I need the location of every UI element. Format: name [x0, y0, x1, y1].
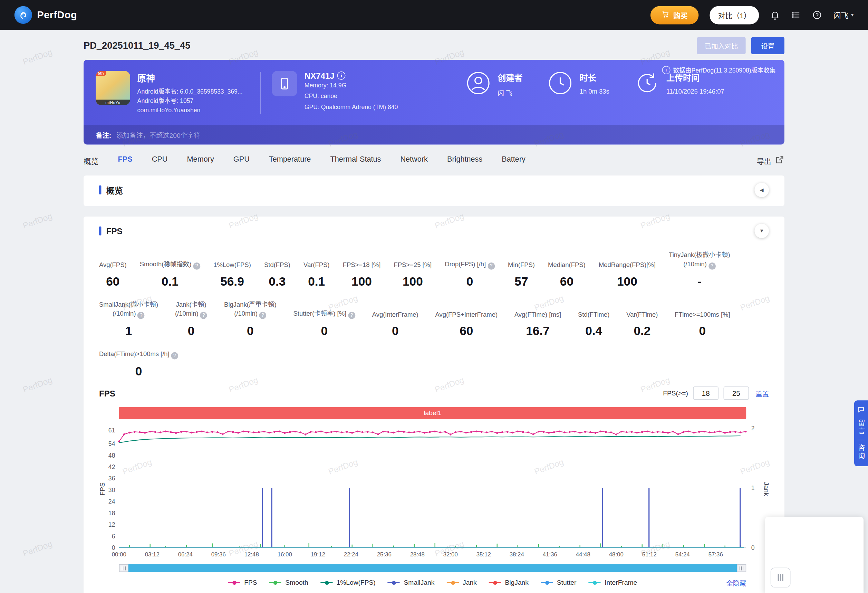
floating-panel — [765, 517, 864, 593]
notifications-bell-icon[interactable] — [770, 10, 780, 20]
metric: Drop(FPS) [/h]?0 — [445, 250, 495, 289]
metric-label: Avg(FTime) [ms] — [514, 310, 561, 319]
svg-text:03:12: 03:12 — [145, 552, 159, 558]
tab-Network[interactable]: Network — [400, 152, 427, 170]
compare-button[interactable]: 对比（1） — [710, 6, 759, 24]
metric-value: 60 — [435, 324, 498, 339]
svg-text:06:24: 06:24 — [178, 552, 193, 558]
metric-label: Std(FTime) — [578, 310, 610, 319]
metric: FPS>=18 [%]100 — [343, 250, 381, 289]
tab-Battery[interactable]: Battery — [502, 152, 526, 170]
phone-icon — [272, 71, 297, 96]
legend-marker-icon — [320, 582, 332, 583]
tab-Thermal Status[interactable]: Thermal Status — [331, 152, 381, 170]
legend-item-FPS[interactable]: FPS — [228, 579, 257, 586]
legend-item-1%Low(FPS)[interactable]: 1%Low(FPS) — [320, 579, 376, 586]
hide-all-link[interactable]: 全隐藏 — [726, 578, 747, 587]
help-icon[interactable]: ? — [259, 312, 267, 319]
help-icon[interactable]: ? — [171, 352, 179, 359]
scrollbar-track[interactable] — [128, 565, 737, 572]
help-icon[interactable]: ? — [193, 262, 200, 270]
legend-items: FPSSmooth1%Low(FPS)SmallJankJankBigJankS… — [228, 579, 637, 586]
help-icon[interactable]: ? — [137, 312, 145, 319]
metric-row-3: Delta(FTime)>100ms [/h]?0 — [99, 349, 769, 379]
added-compare-button[interactable]: 已加入对比 — [697, 37, 746, 54]
scrollbar-left-handle[interactable] — [119, 565, 128, 572]
help-icon[interactable]: ? — [709, 262, 716, 270]
legend-item-SmallJank[interactable]: SmallJank — [388, 579, 434, 586]
tab-Brightness[interactable]: Brightness — [447, 152, 482, 170]
tabs: 概览FPSCPUMemoryGPUTemperatureThermal Stat… — [84, 152, 545, 170]
metric-value: 0 — [294, 324, 355, 339]
metric: 1%Low(FPS)56.9 — [213, 250, 251, 289]
metric-value: 0 — [224, 324, 276, 339]
watermark-text: PerfDog — [21, 211, 53, 230]
metric-label: Std(FPS) — [264, 260, 290, 270]
svg-text:61: 61 — [108, 427, 115, 434]
scrollbar-right-handle[interactable] — [737, 565, 746, 572]
export-button[interactable]: 导出 — [757, 155, 784, 166]
metric-value: 0 — [675, 324, 730, 339]
tab-Memory[interactable]: Memory — [187, 152, 214, 170]
tab-CPU[interactable]: CPU — [152, 152, 168, 170]
feedback-side-widget[interactable]: 留言 咨询 — [854, 400, 868, 466]
metric-value: 0.1 — [304, 275, 329, 289]
chart-scrollbar — [119, 565, 747, 572]
svg-text:35:12: 35:12 — [477, 552, 491, 558]
note-label: 备注: — [96, 130, 111, 139]
device-info-icon[interactable]: i — [337, 71, 345, 80]
svg-text:30: 30 — [108, 487, 115, 494]
buy-label: 购买 — [673, 10, 688, 20]
tab-概览[interactable]: 概览 — [84, 152, 98, 170]
overview-collapse-button[interactable]: ◀ — [754, 183, 769, 197]
metric-sublabel: (/10min)? — [99, 309, 158, 319]
app-name: 原神 — [137, 71, 243, 84]
user-menu[interactable]: 闪飞 ▾ — [834, 9, 854, 21]
clock-icon — [548, 71, 573, 98]
consult-label: 咨询 — [856, 444, 866, 461]
section-accent-bar — [99, 185, 101, 194]
help-icon[interactable]: ? — [348, 312, 355, 319]
metric: BigJank(严重卡顿)(/10min)?0 — [224, 300, 276, 339]
help-icon[interactable]: ? — [200, 312, 207, 319]
settings-button[interactable]: 设置 — [751, 37, 784, 54]
metric-label: Median(FPS) — [548, 260, 586, 270]
fps-threshold-input-2[interactable] — [723, 387, 749, 400]
legend-item-InterFrame[interactable]: InterFrame — [589, 579, 637, 586]
tab-Temperature[interactable]: Temperature — [269, 152, 311, 170]
chat-icon — [858, 405, 865, 416]
help-question-icon[interactable] — [812, 10, 822, 20]
tab-FPS[interactable]: FPS — [118, 152, 133, 170]
metric: Std(FPS)0.3 — [264, 250, 290, 289]
svg-text:0: 0 — [112, 545, 115, 552]
metric-value: 0.3 — [264, 275, 290, 289]
metric-value: 0.2 — [626, 324, 658, 339]
metric-label: Avg(FPS+InterFrame) — [435, 310, 498, 319]
drag-handle-icon[interactable] — [771, 568, 791, 587]
metric-label: MedRange(FPS)[%] — [599, 260, 655, 270]
metric-label: BigJank(严重卡顿) — [224, 300, 276, 309]
buy-button[interactable]: 购买 — [651, 6, 699, 24]
help-icon[interactable]: ? — [487, 262, 495, 270]
fps-filter-label: FPS(>=) — [663, 390, 688, 397]
reset-link[interactable]: 重置 — [756, 389, 769, 398]
metric-value: 57 — [508, 275, 535, 289]
menu-list-icon[interactable] — [791, 10, 802, 20]
tab-GPU[interactable]: GPU — [233, 152, 249, 170]
legend-item-Smooth[interactable]: Smooth — [269, 579, 309, 586]
metric-value: - — [669, 275, 730, 289]
svg-text:38:24: 38:24 — [509, 552, 524, 558]
legend-item-Stutter[interactable]: Stutter — [541, 579, 576, 586]
legend-marker-icon — [447, 582, 459, 583]
legend-item-BigJank[interactable]: BigJank — [489, 579, 528, 586]
legend-item-Jank[interactable]: Jank — [447, 579, 477, 586]
fps-threshold-input-1[interactable] — [693, 387, 719, 400]
note-input[interactable]: 添加备注，不超过200个字符 — [117, 130, 201, 139]
divider — [858, 440, 865, 440]
legend-marker-icon — [228, 582, 240, 583]
fps-collapse-button[interactable]: ▼ — [754, 224, 769, 238]
brand-name: PerfDog — [37, 9, 77, 21]
duration-label: 时长 — [580, 71, 610, 83]
export-icon — [775, 155, 784, 166]
overview-title: 概览 — [106, 184, 123, 196]
